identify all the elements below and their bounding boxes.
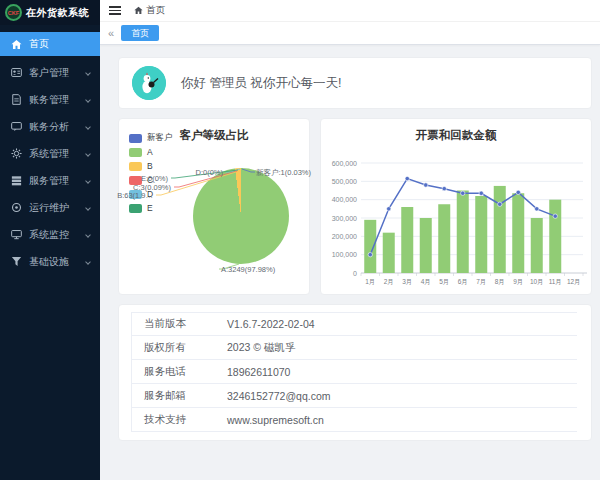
legend-item[interactable]: 新客户	[129, 131, 173, 145]
svg-text:11月: 11月	[549, 278, 562, 286]
legend-label: B	[147, 161, 153, 171]
hamburger-menu-icon[interactable]	[109, 6, 121, 15]
bar-chart-card: 开票和回款金额 0100,000200,000300,000400,000500…	[320, 118, 592, 295]
home-icon	[134, 6, 143, 15]
chevron-down-icon	[85, 178, 91, 184]
svg-text:6月: 6月	[458, 278, 468, 286]
server-icon	[11, 175, 22, 186]
svg-text:1月: 1月	[365, 278, 375, 286]
info-table: 当前版本V1.6.7-2022-02-04 版权所有2023 © 磁凯孚 服务电…	[131, 312, 577, 432]
pie-chart	[193, 168, 289, 264]
pie-label-e: E:0(0%)	[141, 174, 168, 183]
document-icon	[11, 94, 22, 105]
charts-row: 客户等级占比 新客户 A B C D E	[118, 118, 592, 295]
sidebar-item-label: 客户管理	[29, 66, 86, 80]
content: 你好 管理员 祝你开心每一天! 客户等级占比 新客户 A B C D E	[100, 45, 600, 441]
sidebar-item-label: 首页	[29, 37, 92, 51]
page: CKF 在外货款系统 首页 客户管理 账务管理 账务分析	[0, 0, 600, 480]
greeting-card: 你好 管理员 祝你开心每一天!	[118, 57, 592, 109]
legend-swatch	[129, 204, 142, 213]
legend-item[interactable]: B	[129, 159, 173, 173]
chevron-down-icon	[85, 205, 91, 211]
legend-label: 新客户	[147, 132, 173, 144]
table-row: 版权所有2023 © 磁凯孚	[132, 336, 577, 360]
app-title: 在外货款系统	[26, 6, 89, 20]
gear-icon	[11, 148, 22, 159]
user-card-icon	[11, 67, 22, 78]
svg-text:300,000: 300,000	[332, 215, 357, 222]
chevron-down-icon	[85, 97, 91, 103]
info-label: 当前版本	[132, 317, 227, 331]
chevron-down-icon	[85, 124, 91, 130]
breadcrumb[interactable]: 首页	[134, 4, 165, 17]
tab-bar: « 首页	[100, 22, 600, 45]
info-label: 技术支持	[132, 413, 227, 427]
sidebar-item-operations[interactable]: 运行维护	[0, 194, 100, 221]
sidebar-item-label: 账务管理	[29, 93, 86, 107]
legend-swatch	[129, 162, 142, 171]
mascot-icon	[132, 66, 166, 100]
legend-swatch	[129, 134, 142, 143]
pie-label-b: B:63(1.9…	[117, 191, 153, 200]
table-row: 服务邮箱3246152772@qq.com	[132, 384, 577, 408]
sidebar-item-label: 系统监控	[29, 228, 86, 242]
info-value: 18962611070	[227, 366, 290, 378]
logo-text: CKF	[8, 10, 19, 16]
home-icon	[11, 39, 22, 50]
sidebar-item-accounting[interactable]: 账务管理	[0, 86, 100, 113]
sidebar-item-customers[interactable]: 客户管理	[0, 59, 100, 86]
info-label: 版权所有	[132, 341, 227, 355]
pie-label-a: A:3249(97.98%)	[221, 265, 275, 274]
app-logo-row: CKF 在外货款系统	[0, 0, 100, 25]
sidebar-item-home[interactable]: 首页	[0, 32, 100, 56]
legend-item[interactable]: E	[129, 201, 173, 215]
svg-text:8月: 8月	[495, 278, 505, 286]
info-label: 服务电话	[132, 365, 227, 379]
sidebar-item-service[interactable]: 服务管理	[0, 167, 100, 194]
svg-text:0: 0	[353, 270, 357, 277]
collapse-tabs-icon[interactable]: «	[108, 27, 114, 39]
funnel-icon	[11, 256, 22, 267]
app-logo: CKF	[5, 4, 22, 21]
svg-text:7月: 7月	[476, 278, 486, 286]
avatar	[132, 66, 166, 100]
svg-text:200,000: 200,000	[332, 233, 357, 240]
monitor-icon	[11, 229, 22, 240]
legend-label: A	[147, 147, 153, 157]
legend-swatch	[129, 148, 142, 157]
info-value: www.supremesoft.cn	[227, 414, 324, 426]
bar-line-chart: 0100,000200,000300,000400,000500,000600,…	[321, 145, 591, 293]
pie-label-new-customer: 新客户:1(0.03%)	[256, 168, 311, 178]
info-card: 当前版本V1.6.7-2022-02-04 版权所有2023 © 磁凯孚 服务电…	[118, 304, 592, 441]
sidebar-item-label: 运行维护	[29, 201, 86, 215]
tab-home[interactable]: 首页	[121, 25, 159, 41]
info-label: 服务邮箱	[132, 389, 227, 403]
sidebar-item-infrastructure[interactable]: 基础设施	[0, 248, 100, 275]
legend-item[interactable]: A	[129, 145, 173, 159]
svg-text:10月: 10月	[530, 278, 544, 286]
svg-text:100,000: 100,000	[332, 251, 357, 258]
legend-label: E	[147, 203, 153, 213]
pie-chart-card: 客户等级占比 新客户 A B C D E	[118, 118, 310, 295]
svg-text:9月: 9月	[513, 278, 523, 286]
sidebar-item-analysis[interactable]: 账务分析	[0, 113, 100, 140]
sidebar-item-label: 账务分析	[29, 120, 86, 134]
svg-text:500,000: 500,000	[332, 178, 357, 185]
sidebar-item-system[interactable]: 系统管理	[0, 140, 100, 167]
info-value: 2023 © 磁凯孚	[227, 341, 295, 355]
sidebar-item-monitoring[interactable]: 系统监控	[0, 221, 100, 248]
info-value: 3246152772@qq.com	[227, 390, 331, 402]
table-row: 服务电话18962611070	[132, 360, 577, 384]
svg-text:600,000: 600,000	[332, 160, 357, 167]
sidebar-item-label: 系统管理	[29, 147, 86, 161]
info-value: V1.6.7-2022-02-04	[227, 318, 315, 330]
chevron-down-icon	[85, 151, 91, 157]
svg-text:5月: 5月	[439, 278, 449, 286]
table-row: 当前版本V1.6.7-2022-02-04	[132, 312, 577, 336]
circle-icon	[11, 202, 22, 213]
chevron-down-icon	[85, 232, 91, 238]
bar-chart-title: 开票和回款金额	[321, 128, 591, 143]
svg-text:4月: 4月	[421, 278, 431, 286]
svg-text:400,000: 400,000	[332, 196, 357, 203]
sidebar-item-label: 基础设施	[29, 255, 86, 269]
